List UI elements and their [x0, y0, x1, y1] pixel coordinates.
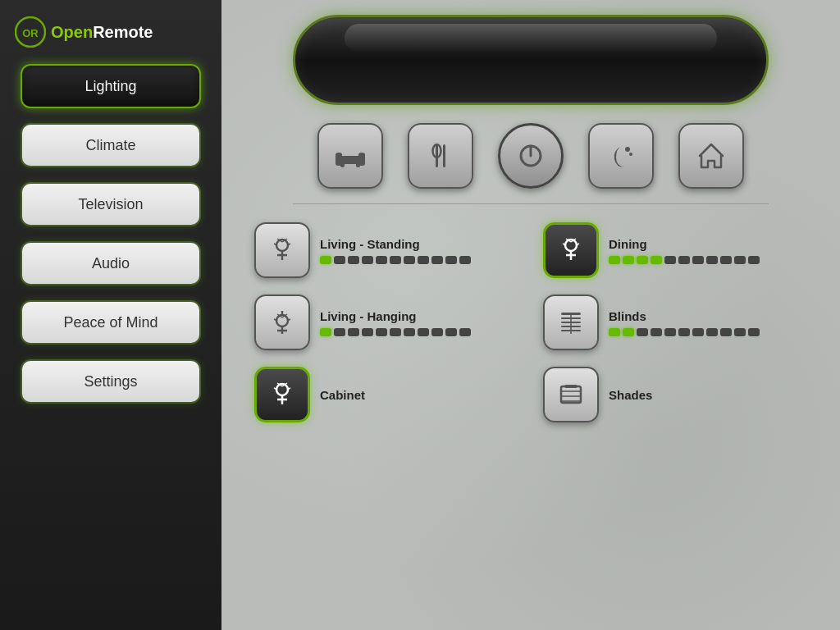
led [362, 256, 373, 264]
info-dining: Dining [609, 237, 760, 264]
svg-rect-7 [436, 144, 438, 167]
led [623, 328, 634, 336]
led-bar-dining [609, 256, 760, 264]
svg-rect-5 [340, 161, 345, 167]
led [748, 256, 760, 264]
svg-rect-50 [561, 386, 581, 403]
control-living-hanging: Living - Hanging [254, 294, 518, 350]
svg-rect-8 [443, 144, 445, 167]
control-grid: Living - Standing [238, 222, 824, 422]
control-cabinet: Cabinet [254, 367, 518, 422]
svg-point-13 [629, 153, 632, 156]
scene-button-power[interactable] [498, 123, 564, 189]
nav-button-settings[interactable]: Settings [21, 359, 201, 404]
led [418, 256, 429, 264]
label-dining: Dining [609, 237, 760, 251]
led [692, 328, 704, 336]
led [609, 256, 620, 264]
label-living-hanging: Living - Hanging [320, 309, 471, 323]
led-bar-blinds [609, 328, 760, 336]
svg-point-12 [625, 147, 630, 152]
led [320, 328, 331, 336]
info-cabinet: Cabinet [320, 388, 365, 402]
label-cabinet: Cabinet [320, 388, 365, 402]
led [390, 328, 401, 336]
led [664, 328, 676, 336]
svg-rect-6 [356, 161, 360, 167]
logo-area: OR OpenRemote [0, 8, 221, 64]
control-shades: Shades [543, 367, 807, 422]
logo-icon: OR [15, 16, 46, 48]
led [720, 328, 732, 336]
logo-open: Open [51, 23, 93, 41]
led [459, 256, 471, 264]
led [376, 328, 387, 336]
control-living-standing: Living - Standing [254, 222, 518, 278]
nav-button-climate[interactable]: Climate [21, 123, 201, 167]
led [748, 328, 760, 336]
label-shades: Shades [609, 388, 652, 402]
led [418, 328, 429, 336]
led [637, 328, 648, 336]
nav-button-audio[interactable]: Audio [21, 241, 201, 285]
icon-button-dining[interactable] [543, 222, 599, 278]
led [334, 328, 345, 336]
led [390, 256, 401, 264]
top-pill-button[interactable] [293, 15, 769, 105]
led [459, 328, 471, 336]
led [706, 256, 718, 264]
led [706, 328, 718, 336]
control-blinds: Blinds [543, 294, 807, 350]
led [692, 256, 704, 264]
led [445, 256, 457, 264]
svg-text:OR: OR [22, 27, 39, 39]
scene-row [238, 123, 824, 189]
led [404, 328, 415, 336]
nav-button-peace-of-mind[interactable]: Peace of Mind [21, 300, 201, 345]
led [320, 256, 331, 264]
nav-button-lighting[interactable]: Lighting [21, 64, 201, 108]
icon-button-shades[interactable] [543, 367, 599, 422]
main-content: Living - Standing [221, 0, 840, 630]
led [445, 328, 457, 336]
section-divider [293, 203, 769, 204]
sidebar: OR OpenRemote Lighting Climate Televisio… [0, 0, 221, 630]
icon-button-living-standing[interactable] [254, 222, 310, 278]
svg-marker-14 [700, 144, 723, 167]
scene-button-dining[interactable] [408, 123, 473, 189]
logo-text: OpenRemote [51, 23, 153, 42]
led [431, 328, 443, 336]
label-blinds: Blinds [609, 309, 760, 323]
svg-rect-54 [564, 385, 578, 388]
led [637, 256, 648, 264]
info-shades: Shades [609, 388, 652, 402]
led [348, 256, 359, 264]
led [720, 256, 732, 264]
led [623, 256, 634, 264]
led [376, 256, 387, 264]
nav-button-television[interactable]: Television [21, 182, 201, 226]
led-bar-living-standing [320, 256, 471, 264]
icon-button-living-hanging[interactable] [254, 294, 310, 350]
led [734, 256, 746, 264]
led [348, 328, 359, 336]
icon-button-cabinet[interactable] [254, 367, 310, 422]
led [609, 328, 620, 336]
control-dining: Dining [543, 222, 807, 278]
label-living-standing: Living - Standing [320, 237, 471, 251]
scene-button-night[interactable] [588, 123, 654, 189]
led [678, 328, 690, 336]
scene-button-away[interactable] [678, 123, 744, 189]
led [404, 256, 415, 264]
led [334, 256, 345, 264]
logo-remote: Remote [93, 23, 153, 41]
icon-button-blinds[interactable] [543, 294, 599, 350]
led [678, 256, 690, 264]
led-bar-living-hanging [320, 328, 471, 336]
info-blinds: Blinds [609, 309, 760, 336]
svg-rect-37 [561, 313, 581, 315]
led [651, 328, 662, 336]
scene-button-lounge[interactable] [317, 123, 383, 189]
info-living-hanging: Living - Hanging [320, 309, 471, 336]
led [664, 256, 676, 264]
